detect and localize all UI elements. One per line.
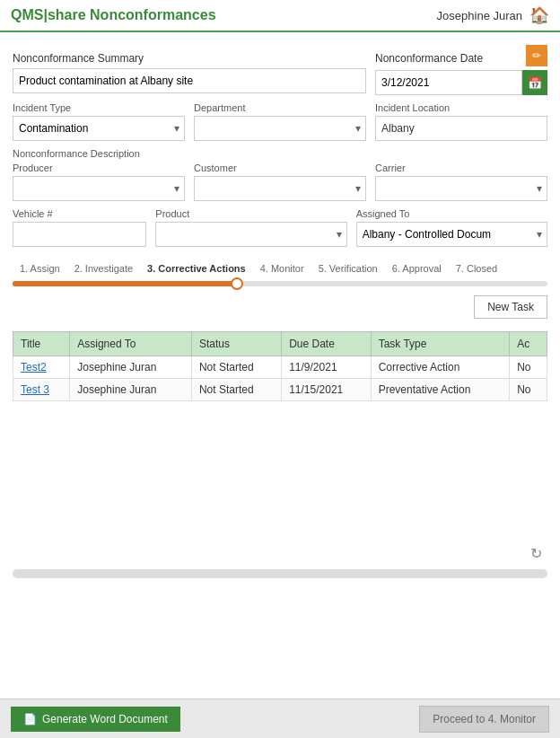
refresh-area: ↻ — [13, 545, 547, 562]
carrier-select-wrapper — [375, 176, 547, 201]
product-group: Product — [155, 208, 346, 247]
col-title: Title — [13, 332, 70, 356]
vehicle-row: Vehicle # Product Assigned To Albany - C… — [13, 208, 547, 247]
vehicle-label: Vehicle # — [13, 208, 146, 219]
task-title-cell[interactable]: Test2 — [13, 356, 70, 379]
incident-location-label: Incident Location — [375, 102, 547, 113]
product-select-wrapper — [155, 222, 346, 247]
department-group: Department — [194, 102, 366, 141]
table-row: Test 3 Josephine Juran Not Started 11/15… — [13, 379, 547, 401]
customer-label: Customer — [194, 163, 366, 173]
nc-date-input[interactable] — [375, 70, 522, 95]
department-select[interactable] — [194, 116, 366, 141]
table-header-row: Title Assigned To Status Due Date Task T… — [13, 332, 547, 356]
task-ac-cell: No — [510, 379, 547, 401]
carrier-group: Carrier — [375, 163, 547, 201]
scrollbar-row — [13, 567, 547, 580]
main-content: Nonconformance Summary Nonconformance Da… — [0, 32, 560, 738]
tab-verification[interactable]: 5. Verification — [311, 259, 385, 277]
task-assigned-cell: Josephine Juran — [70, 379, 192, 401]
workflow-progress-bar — [13, 281, 547, 286]
vehicle-input[interactable] — [13, 222, 146, 247]
task-type-cell: Corrective Action — [371, 356, 510, 379]
incident-type-group: Incident Type Contamination — [13, 102, 185, 141]
customer-select-wrapper — [194, 176, 366, 201]
doc-icon: 📄 — [23, 713, 37, 725]
workflow-progress-dot — [231, 277, 243, 290]
workflow-progress-fill — [13, 281, 237, 286]
department-select-wrapper — [194, 116, 366, 141]
producer-select-wrapper — [13, 176, 185, 201]
assigned-to-group: Assigned To Albany - Controlled Docum — [356, 208, 547, 247]
product-label: Product — [155, 208, 346, 219]
proceed-button[interactable]: Proceed to 4. Monitor — [419, 706, 549, 733]
carrier-label: Carrier — [375, 163, 547, 173]
nc-description-label: Nonconformance Description — [13, 148, 547, 159]
col-due-date: Due Date — [282, 332, 371, 356]
header: QMS|share Nonconformances Josephine Jura… — [0, 0, 560, 32]
col-assigned-to: Assigned To — [70, 332, 192, 356]
bottom-bar: 📄 Generate Word Document Proceed to 4. M… — [0, 698, 560, 738]
incident-row: Incident Type Contamination Department I… — [13, 102, 547, 141]
assigned-to-select[interactable]: Albany - Controlled Docum — [356, 222, 547, 247]
table-row: Test2 Josephine Juran Not Started 11/9/2… — [13, 356, 547, 379]
task-status-cell: Not Started — [191, 379, 281, 401]
nc-summary-input[interactable] — [13, 68, 366, 93]
nc-date-label: Nonconformance Date — [375, 52, 483, 65]
task-status-cell: Not Started — [191, 356, 281, 379]
header-user-area: Josephine Juran 🏠 — [437, 5, 549, 25]
tab-assign[interactable]: 1. Assign — [13, 259, 67, 277]
username: Josephine Juran — [437, 9, 522, 22]
col-task-type: Task Type — [371, 332, 510, 356]
new-task-button[interactable]: New Task — [474, 295, 547, 319]
customer-group: Customer — [194, 163, 366, 201]
workflow-tabs: 1. Assign 2. Investigate 3. Corrective A… — [13, 259, 547, 277]
generate-word-button[interactable]: 📄 Generate Word Document — [11, 707, 180, 732]
incident-type-select-wrapper: Contamination — [13, 116, 185, 141]
producer-select[interactable] — [13, 176, 185, 201]
task-type-cell: Preventative Action — [371, 379, 510, 401]
home-icon[interactable]: 🏠 — [529, 5, 549, 25]
edit-icon-button[interactable]: ✏ — [526, 45, 547, 66]
horizontal-scrollbar[interactable] — [13, 569, 547, 578]
task-title-cell[interactable]: Test 3 — [13, 379, 70, 401]
btn-row: New Task — [13, 295, 547, 326]
producer-group: Producer — [13, 163, 185, 201]
refresh-icon[interactable]: ↻ — [530, 545, 542, 562]
assigned-to-select-wrapper: Albany - Controlled Docum — [356, 222, 547, 247]
vehicle-group: Vehicle # — [13, 208, 146, 247]
incident-location-input[interactable] — [375, 116, 547, 141]
col-ac: Ac — [510, 332, 547, 356]
task-ac-cell: No — [510, 356, 547, 379]
tasks-table: Title Assigned To Status Due Date Task T… — [13, 331, 547, 401]
nc-summary-label: Nonconformance Summary — [13, 52, 366, 65]
col-status: Status — [191, 332, 281, 356]
nc-summary-group: Nonconformance Summary — [13, 43, 366, 93]
calendar-icon-button[interactable]: 📅 — [522, 70, 547, 95]
task-assigned-cell: Josephine Juran — [70, 356, 192, 379]
app-title: QMS|share Nonconformances — [11, 7, 216, 23]
generate-label: Generate Word Document — [42, 713, 168, 725]
tab-approval[interactable]: 6. Approval — [385, 259, 449, 277]
incident-type-select[interactable]: Contamination — [13, 116, 185, 141]
tab-monitor[interactable]: 4. Monitor — [253, 259, 311, 277]
nc-summary-row: Nonconformance Summary Nonconformance Da… — [13, 43, 547, 95]
department-label: Department — [194, 102, 366, 113]
tab-investigate[interactable]: 2. Investigate — [67, 259, 140, 277]
incident-type-label: Incident Type — [13, 102, 185, 113]
product-select[interactable] — [155, 222, 346, 247]
carrier-select[interactable] — [375, 176, 547, 201]
incident-location-group: Incident Location — [375, 102, 547, 141]
assigned-to-label: Assigned To — [356, 208, 547, 219]
producer-label: Producer — [13, 163, 185, 173]
producer-row: Producer Customer Carrier — [13, 163, 547, 201]
tab-closed[interactable]: 7. Closed — [449, 259, 504, 277]
customer-select[interactable] — [194, 176, 366, 201]
task-due-date-cell: 11/15/2021 — [282, 379, 371, 401]
tab-corrective-actions[interactable]: 3. Corrective Actions — [140, 259, 253, 277]
task-due-date-cell: 11/9/2021 — [282, 356, 371, 379]
